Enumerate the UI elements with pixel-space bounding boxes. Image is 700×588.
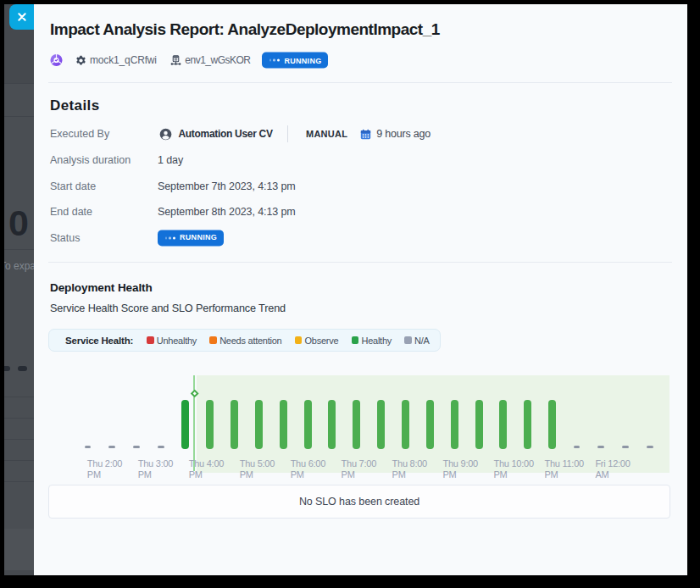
impact-analysis-app-icon <box>50 54 63 67</box>
no-slo-box: No SLO has been created <box>48 485 670 519</box>
calendar-icon <box>360 129 371 140</box>
backdrop-bottom-band <box>4 529 34 570</box>
deployment-health-heading: Deployment Health <box>50 281 153 294</box>
deployment-marker-line <box>193 375 195 471</box>
header-divider <box>48 82 672 83</box>
legend-item: N/A <box>404 336 429 346</box>
details-heading: Details <box>50 97 100 114</box>
legend-item-label: N/A <box>414 336 430 346</box>
legend-item-label: Needs attention <box>219 336 281 346</box>
legend-item-label: Healthy <box>361 336 392 346</box>
x-axis-label: Thu 4:00 PM <box>189 458 224 480</box>
chart-health-bar <box>280 400 287 449</box>
running-dots-icon <box>269 59 280 62</box>
chart-health-bar <box>231 400 238 449</box>
x-axis-label: Fri 12:00 AM <box>595 458 630 480</box>
backdrop-bottom-edge <box>4 570 34 575</box>
x-axis-label: Thu 6:00 PM <box>291 458 325 480</box>
analysis-window-band <box>197 375 670 473</box>
chart-health-bar <box>402 400 409 449</box>
chart-health-bar <box>255 400 263 449</box>
status-badge-label: RUNNING <box>284 56 321 64</box>
running-dot-icon <box>277 59 280 62</box>
mock-label: mock1_qCRfwi <box>90 54 157 66</box>
legend-swatch-icon <box>295 336 303 344</box>
legend-title: Service Health: <box>65 336 133 346</box>
x-axis-label: Thu 9:00 PM <box>443 458 478 480</box>
close-button[interactable] <box>9 4 34 30</box>
dimmed-background: 0 To expand <box>4 4 34 575</box>
legend-item: Unhealthy <box>147 336 197 346</box>
status-badge-label: RUNNING <box>180 234 217 242</box>
chart-na-dash <box>574 446 581 448</box>
chart-na-dash <box>85 446 92 448</box>
user-icon <box>159 128 172 141</box>
section-divider <box>48 262 672 263</box>
screenshot-frame: 0 To expand Impact Analysis Report: Anal… <box>0 0 700 588</box>
status-badge-details: RUNNING <box>158 230 224 246</box>
close-icon <box>18 13 26 21</box>
legend-swatch-icon <box>352 336 359 344</box>
x-axis-label: Thu 5:00 PM <box>240 458 275 480</box>
value-separator <box>287 125 288 142</box>
executed-by-label: Executed By <box>50 128 109 140</box>
executed-by-user: Automation User CV <box>178 128 272 140</box>
backdrop-row-line <box>4 116 34 117</box>
chart-health-bar <box>377 400 385 449</box>
running-dot-icon <box>273 59 275 62</box>
executed-time: 9 hours ago <box>376 128 431 140</box>
trigger-type: MANUAL <box>306 129 347 139</box>
impact-analysis-drawer: Impact Analysis Report: AnalyzeDeploymen… <box>34 4 687 575</box>
status-label: Status <box>50 232 80 244</box>
x-axis-label: Thu 2:00 PM <box>87 458 122 480</box>
deployment-marker-diamond <box>190 390 198 398</box>
backdrop-row-line <box>4 439 34 440</box>
environment-label: env1_wGsKOR <box>185 54 250 66</box>
chart-na-dash <box>597 446 604 448</box>
end-date-value: September 8th 2023, 4:13 pm <box>158 206 296 218</box>
executed-by-value: Automation User CV MANUAL 9 hours ago <box>158 125 431 142</box>
chart-na-dash <box>133 446 140 448</box>
gear-icon <box>75 55 86 66</box>
chart-na-dash <box>622 446 629 448</box>
chart-na-dash <box>108 446 115 448</box>
chart-na-dash <box>647 446 653 448</box>
legend-items: UnhealthyNeeds attentionObserveHealthyN/… <box>147 336 430 346</box>
mock-meta: mock1_qCRfwi <box>75 54 157 66</box>
legend-swatch-icon <box>209 336 217 344</box>
duration-label: Analysis duration <box>50 154 131 166</box>
legend-swatch-icon <box>147 336 154 344</box>
x-axis-label: Thu 8:00 PM <box>392 458 427 480</box>
status-badge: RUNNING <box>262 53 328 69</box>
environment-meta: env1_wGsKOR <box>170 54 250 66</box>
backdrop-stat-value: 0 <box>8 202 28 244</box>
backdrop-dash <box>4 366 10 371</box>
chart-health-bar <box>499 400 507 449</box>
backdrop-row-line <box>4 83 34 84</box>
legend-item: Healthy <box>352 336 392 346</box>
running-dot-icon <box>173 236 175 239</box>
running-dot-icon <box>169 236 171 239</box>
backdrop-dash <box>18 366 27 371</box>
chart-health-bar <box>451 400 458 449</box>
running-dot-icon <box>165 236 168 239</box>
chart-health-bar <box>181 400 189 449</box>
chart-health-bar <box>548 400 556 449</box>
x-axis-label: Thu 11:00 PM <box>544 458 583 480</box>
environment-icon <box>170 55 181 66</box>
backdrop-row-line <box>4 481 34 482</box>
chart-health-bar <box>304 400 312 449</box>
no-slo-message: No SLO has been created <box>299 496 419 508</box>
chart-na-dash <box>158 446 164 448</box>
start-date-value: September 7th 2023, 4:13 pm <box>158 180 296 192</box>
running-dots-icon <box>165 236 175 239</box>
chart-health-bar <box>524 400 531 449</box>
legend-swatch-icon <box>404 336 412 344</box>
page-title: Impact Analysis Report: AnalyzeDeploymen… <box>50 20 440 39</box>
legend-item: Observe <box>295 336 339 346</box>
duration-value: 1 day <box>158 154 183 166</box>
backdrop-hint-text: To expand <box>4 260 34 272</box>
start-date-label: Start date <box>50 180 96 192</box>
legend-item-label: Observe <box>305 336 339 346</box>
chart-health-bar <box>426 400 434 449</box>
